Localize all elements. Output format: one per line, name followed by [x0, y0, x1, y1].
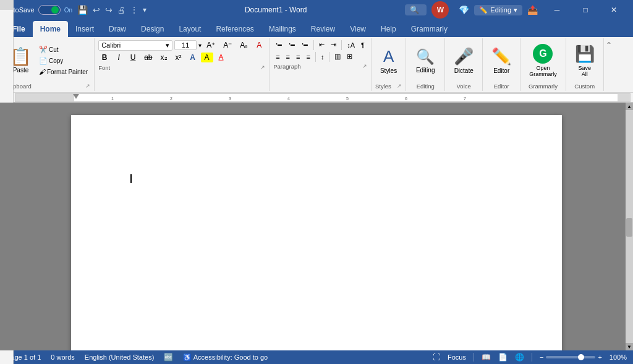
print-layout-icon[interactable]: 📄	[498, 353, 508, 362]
bold-button[interactable]: B	[98, 52, 111, 63]
autosave-toggle[interactable]	[38, 5, 61, 15]
copy-button[interactable]: 📄 Copy	[36, 56, 90, 66]
tab-help[interactable]: Help	[373, 21, 404, 37]
zoom-percent[interactable]: 100%	[610, 353, 627, 361]
window-controls: ─ □ ✕	[543, 0, 628, 20]
avatar[interactable]: W	[431, 1, 449, 19]
superscript-button[interactable]: x²	[172, 52, 185, 63]
save-icon[interactable]: 💾	[77, 5, 88, 15]
clear-format-button[interactable]: A	[253, 40, 265, 51]
font-expand[interactable]: ↗	[260, 64, 265, 70]
maximize-button[interactable]: □	[571, 0, 600, 20]
font-size-chevron[interactable]: ▾	[198, 42, 202, 49]
format-painter-button[interactable]: 🖌 Format Painter	[36, 67, 90, 77]
highlight-button[interactable]: A	[201, 53, 213, 62]
borders-button[interactable]: ⊞	[344, 51, 355, 62]
tab-layout[interactable]: Layout	[171, 21, 208, 37]
status-bar: Page 1 of 1 0 words English (United Stat…	[0, 350, 633, 364]
strikethrough-button[interactable]: ab	[141, 52, 155, 63]
indent-marker[interactable]	[73, 94, 79, 99]
focus-label[interactable]: Focus	[448, 353, 466, 361]
scroll-up-button[interactable]: ▲	[626, 103, 633, 110]
diamond-icon[interactable]: 💎	[459, 5, 469, 15]
print-icon[interactable]: 🖨	[117, 6, 125, 15]
tab-references[interactable]: References	[208, 21, 261, 37]
styles-button[interactable]: A Styles	[375, 44, 402, 77]
scroll-down-button[interactable]: ▼	[626, 343, 633, 350]
numbering-button[interactable]: ≔	[286, 40, 298, 50]
font-size: 11	[182, 41, 189, 49]
grow-font-button[interactable]: A⁺	[203, 40, 218, 51]
tab-grammarly[interactable]: Grammarly	[404, 21, 455, 37]
save-all-label: SaveAll	[578, 65, 591, 77]
document-page[interactable]	[71, 115, 562, 350]
custom-label: Custom	[574, 82, 595, 90]
tab-home[interactable]: Home	[33, 21, 68, 37]
close-button[interactable]: ✕	[600, 0, 628, 20]
align-left-button[interactable]: ≡	[273, 52, 282, 62]
ribbon-collapse-button[interactable]: ⌃	[604, 38, 614, 49]
italic-button[interactable]: I	[113, 52, 125, 63]
zoom-minus-button[interactable]: −	[540, 353, 543, 361]
justify-button[interactable]: ≡	[304, 52, 312, 62]
text-effects-button[interactable]: A	[187, 52, 199, 63]
shading-button[interactable]: ▥	[332, 51, 343, 62]
share-icon[interactable]: 📤	[527, 5, 538, 15]
bullets-button[interactable]: ≔	[273, 40, 285, 50]
editing-button[interactable]: 🔍 Editing	[410, 46, 441, 76]
open-grammarly-button[interactable]: G OpenGrammarly	[524, 41, 562, 80]
tab-review[interactable]: Review	[304, 21, 342, 37]
tab-draw[interactable]: Draw	[101, 21, 134, 37]
tab-insert[interactable]: Insert	[68, 21, 101, 37]
document-canvas[interactable]: ▲ ▼	[0, 103, 633, 350]
tab-design[interactable]: Design	[134, 21, 171, 37]
web-layout-icon[interactable]: 🌐	[515, 353, 524, 362]
font-color-button[interactable]: A	[215, 52, 227, 63]
tab-mailings[interactable]: Mailings	[261, 21, 304, 37]
multilevel-list-button[interactable]: ≔	[299, 40, 311, 50]
accessibility-status[interactable]: ♿ Accessibility: Good to go	[183, 353, 268, 362]
voice-content: 🎤 Dictate	[449, 40, 478, 82]
autosave-area: AutoSave On	[5, 5, 72, 15]
font-size-selector[interactable]: 11	[174, 40, 197, 50]
scrollbar[interactable]: ▲ ▼	[626, 103, 633, 350]
zoom-plus-button[interactable]: +	[598, 353, 601, 361]
status-divider	[474, 353, 474, 362]
more-icon[interactable]: ⋮	[130, 6, 138, 14]
cut-button[interactable]: ✂️ Cut	[36, 44, 90, 55]
underline-button[interactable]: U	[127, 52, 139, 63]
subscript-button[interactable]: x₂	[158, 52, 171, 63]
focus-icon[interactable]: ⛶	[433, 353, 440, 362]
font-family-selector[interactable]: Calibri ▾	[98, 40, 172, 51]
change-case-button[interactable]: Aₐ	[237, 40, 251, 51]
align-right-button[interactable]: ≡	[294, 52, 302, 62]
editor-button[interactable]: ✏️ Editor	[486, 44, 516, 77]
save-all-icon: 💾	[575, 44, 595, 64]
increase-indent-button[interactable]: ⇥	[328, 40, 339, 50]
para-row-1: ≔ ≔ ≔ ⇤ ⇥ ↕A ¶	[273, 40, 367, 50]
redo-icon[interactable]: ↪	[105, 5, 113, 15]
save-all-button[interactable]: 💾 SaveAll	[570, 42, 600, 80]
zoom-thumb[interactable]	[578, 354, 584, 360]
line-spacing-button[interactable]: ↕	[318, 52, 327, 62]
minimize-button[interactable]: ─	[543, 0, 571, 20]
styles-expand[interactable]: ↗	[397, 83, 402, 89]
tab-view[interactable]: View	[342, 21, 373, 37]
language-check-icon[interactable]: 🔤	[164, 353, 173, 362]
sort-button[interactable]: ↕A	[344, 40, 357, 50]
zoom-track[interactable]	[546, 356, 595, 358]
read-mode-icon[interactable]: 📖	[482, 353, 491, 362]
dictate-button[interactable]: 🎤 Dictate	[449, 44, 478, 77]
paragraph-expand[interactable]: ↗	[362, 63, 367, 69]
align-center-button[interactable]: ≡	[284, 52, 292, 62]
clipboard-expand[interactable]: ↗	[85, 83, 90, 89]
decrease-indent-button[interactable]: ⇤	[316, 40, 327, 50]
show-para-button[interactable]: ¶	[359, 40, 367, 50]
undo-icon[interactable]: ↩	[93, 5, 100, 15]
scroll-thumb[interactable]	[626, 218, 632, 237]
zoom-slider[interactable]: − +	[540, 353, 602, 361]
shrink-font-button[interactable]: A⁻	[220, 40, 235, 51]
copy-label: Copy	[49, 57, 63, 64]
editing-mode-button[interactable]: ✏️ Editing ▾	[474, 5, 522, 15]
editor-content: ✏️ Editor	[486, 40, 516, 82]
